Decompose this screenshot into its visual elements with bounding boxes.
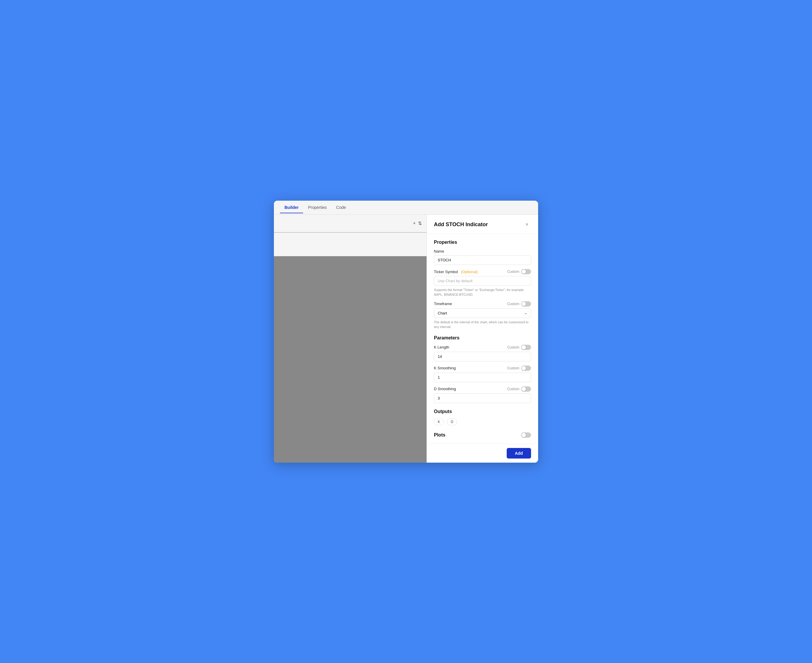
modal-footer: Add — [427, 443, 538, 462]
k-smoothing-label-row: K Smoothing Custom — [434, 365, 531, 371]
k-smoothing-label: K Smoothing — [434, 366, 455, 370]
k-length-custom-label: Custom — [507, 345, 519, 349]
timeframe-label: Timeframe — [434, 302, 452, 306]
k-length-toggle[interactable] — [521, 345, 531, 350]
app-window: Builder Properties Code + ⇅ Add STOCH In… — [274, 201, 538, 462]
modal-panel: Add STOCH Indicator × Properties Name — [426, 215, 538, 462]
k-smoothing-custom-label: Custom — [507, 366, 519, 370]
timeframe-select-wrapper: Chart — [434, 308, 531, 318]
k-length-label-row: K Length Custom — [434, 345, 531, 350]
ticker-field-row: Ticker Symbol (Optional) Custom Supports… — [434, 269, 531, 297]
ticker-custom-row: Custom — [507, 269, 531, 274]
k-smoothing-input[interactable] — [434, 373, 531, 382]
properties-section-title: Properties — [434, 240, 531, 245]
ticker-toggle[interactable] — [521, 269, 531, 274]
badge-d: D — [447, 418, 457, 425]
d-smoothing-input[interactable] — [434, 393, 531, 403]
timeframe-custom-row: Custom — [507, 301, 531, 307]
d-smoothing-custom-label: Custom — [507, 387, 519, 391]
left-panel: + ⇅ — [274, 215, 426, 462]
timeframe-label-row: Timeframe Custom — [434, 301, 531, 307]
name-label: Name — [434, 249, 444, 254]
timeframe-select[interactable]: Chart — [434, 308, 531, 318]
tab-code[interactable]: Code — [331, 202, 350, 213]
filter-icon: ⇅ — [418, 221, 422, 226]
ticker-custom-label: Custom — [507, 270, 519, 274]
name-label-row: Name — [434, 249, 531, 254]
d-smoothing-toggle[interactable] — [521, 386, 531, 391]
ticker-input[interactable] — [434, 276, 531, 286]
toolbar: + ⇅ — [274, 215, 426, 232]
close-button[interactable]: × — [523, 221, 531, 229]
k-smoothing-field-row: K Smoothing Custom — [434, 365, 531, 382]
d-smoothing-label: D Smoothing — [434, 386, 456, 391]
ticker-optional: (Optional) — [461, 270, 478, 274]
plots-row: Plots — [434, 428, 531, 438]
add-button[interactable]: Add — [507, 448, 531, 459]
k-length-label: K Length — [434, 345, 449, 349]
k-length-input[interactable] — [434, 352, 531, 361]
timeframe-toggle[interactable] — [521, 301, 531, 307]
k-smoothing-custom-row: Custom — [507, 365, 531, 371]
canvas-area — [274, 256, 426, 421]
tab-properties[interactable]: Properties — [303, 202, 331, 213]
tabs-bar: Builder Properties Code — [274, 201, 538, 215]
d-smoothing-label-row: D Smoothing Custom — [434, 386, 531, 391]
tab-builder[interactable]: Builder — [280, 202, 303, 213]
k-smoothing-toggle[interactable] — [521, 365, 531, 371]
outputs-badges: K D — [434, 418, 531, 425]
d-smoothing-custom-row: Custom — [507, 386, 531, 391]
name-field-row: Name — [434, 249, 531, 265]
subheader-area — [274, 233, 426, 256]
k-length-field-row: K Length Custom — [434, 345, 531, 361]
ticker-label-group: Ticker Symbol (Optional) — [434, 269, 478, 274]
timeframe-custom-label: Custom — [507, 302, 519, 306]
name-input[interactable] — [434, 255, 531, 265]
ticker-label-row: Ticker Symbol (Optional) Custom — [434, 269, 531, 274]
ticker-label: Ticker Symbol — [434, 270, 458, 274]
modal-title: Add STOCH Indicator — [434, 222, 488, 228]
outputs-section-title: Outputs — [434, 409, 531, 414]
modal-header: Add STOCH Indicator × — [427, 215, 538, 234]
close-icon: × — [525, 222, 529, 228]
parameters-section-title: Parameters — [434, 335, 531, 341]
k-length-custom-row: Custom — [507, 345, 531, 350]
plots-section-title: Plots — [434, 432, 445, 438]
d-smoothing-field-row: D Smoothing Custom — [434, 386, 531, 403]
plots-toggle[interactable] — [521, 432, 531, 438]
ticker-helper: Supports the format "Ticker" or "Exchang… — [434, 288, 531, 297]
add-icon: + — [413, 221, 416, 226]
timeframe-field-row: Timeframe Custom Chart The default is th… — [434, 301, 531, 330]
main-content: + ⇅ Add STOCH Indicator × Properties — [274, 215, 538, 462]
modal-body: Properties Name Ticker Symbol (Optional) — [427, 234, 538, 443]
timeframe-helper: The default is the interval of the chart… — [434, 320, 531, 330]
badge-k: K — [434, 418, 444, 425]
